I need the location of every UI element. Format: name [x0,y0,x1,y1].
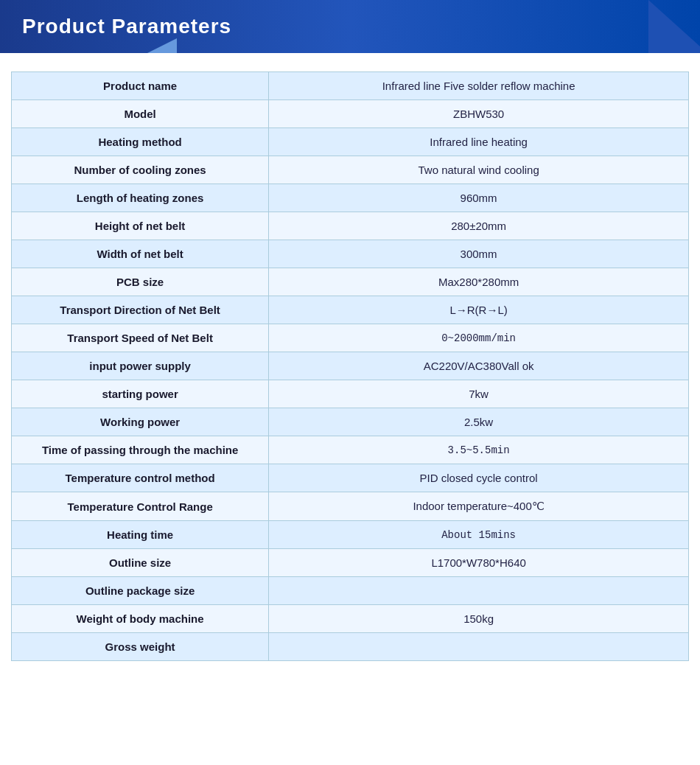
table-row: Gross weight [12,633,689,661]
param-label: Transport Direction of Net Belt [12,296,269,324]
table-container: Product nameInfrared line Five solder re… [0,68,700,676]
param-value: 0~2000mm/min [269,324,689,352]
table-row: PCB sizeMax280*280mm [12,268,689,296]
table-row: Weight of body machine150kg [12,605,689,633]
param-label: Height of net belt [12,212,269,240]
table-row: input power supplyAC220V/AC380Vall ok [12,352,689,380]
param-value: Two natural wind cooling [269,156,689,184]
param-label: Width of net belt [12,240,269,268]
param-label: PCB size [12,268,269,296]
param-value: Max280*280mm [269,268,689,296]
table-row: Product nameInfrared line Five solder re… [12,72,689,100]
param-label: Weight of body machine [12,605,269,633]
param-label: Gross weight [12,633,269,661]
table-row: Heating timeAbout 15mins [12,521,689,549]
param-value [269,577,689,605]
param-value: PID closed cycle control [269,464,689,492]
param-value: Infrared line heating [269,128,689,156]
table-row: Transport Speed of Net Belt0~2000mm/min [12,324,689,352]
table-row: starting power7kw [12,380,689,408]
param-value: 150kg [269,605,689,633]
param-value: About 15mins [269,521,689,549]
param-value: Infrared line Five solder reflow machine [269,72,689,100]
param-label: Outline size [12,549,269,577]
param-value: L→R(R→L) [269,296,689,324]
header-banner: Product Parameters [0,0,700,53]
table-row: ModelZBHW530 [12,100,689,128]
param-value: AC220V/AC380Vall ok [269,352,689,380]
param-value: 7kw [269,380,689,408]
table-row: Width of net belt300mm [12,240,689,268]
param-label: Number of cooling zones [12,156,269,184]
param-label: Temperature Control Range [12,492,269,521]
param-value: 280±20mm [269,212,689,240]
param-label: Outline package size [12,577,269,605]
table-row: Transport Direction of Net BeltL→R(R→L) [12,296,689,324]
table-row: Temperature control methodPID closed cyc… [12,464,689,492]
table-row: Time of passing through the machine3.5~5… [12,436,689,464]
table-row: Outline sizeL1700*W780*H640 [12,549,689,577]
param-label: Heating time [12,521,269,549]
param-label: starting power [12,380,269,408]
table-row: Length of heating zones960mm [12,184,689,212]
table-row: Height of net belt280±20mm [12,212,689,240]
param-value: 2.5kw [269,408,689,436]
parameters-table: Product nameInfrared line Five solder re… [11,71,689,661]
param-label: Working power [12,408,269,436]
param-value: L1700*W780*H640 [269,549,689,577]
table-row: Temperature Control RangeIndoor temperat… [12,492,689,521]
param-label: Heating method [12,128,269,156]
chevron-decoration [147,38,177,53]
param-label: Length of heating zones [12,184,269,212]
param-label: Temperature control method [12,464,269,492]
param-value: ZBHW530 [269,100,689,128]
table-row: Working power2.5kw [12,408,689,436]
param-label: input power supply [12,352,269,380]
param-label: Model [12,100,269,128]
param-value [269,633,689,661]
param-label: Time of passing through the machine [12,436,269,464]
param-value: 960mm [269,184,689,212]
param-label: Transport Speed of Net Belt [12,324,269,352]
param-value: 3.5~5.5min [269,436,689,464]
param-value: 300mm [269,240,689,268]
table-row: Outline package size [12,577,689,605]
param-label: Product name [12,72,269,100]
table-row: Number of cooling zonesTwo natural wind … [12,156,689,184]
param-value: Indoor temperature~400℃ [269,492,689,521]
table-row: Heating methodInfrared line heating [12,128,689,156]
page-title: Product Parameters [22,15,231,38]
